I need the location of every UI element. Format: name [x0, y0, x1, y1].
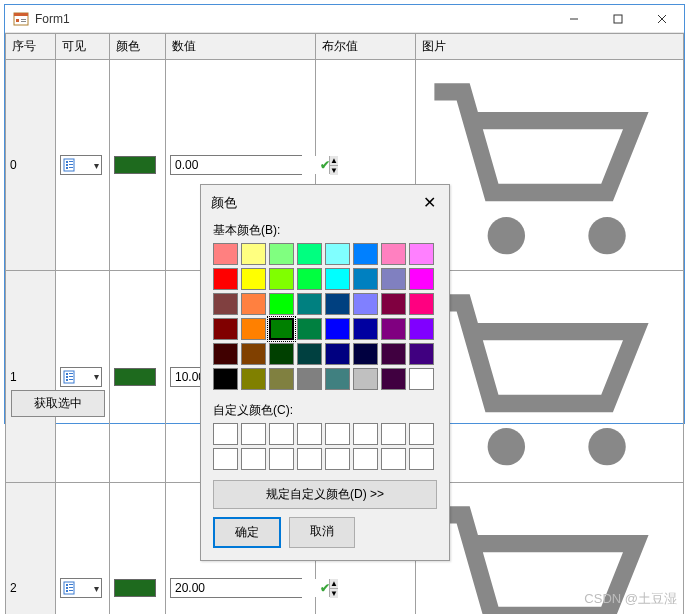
color-cell[interactable] — [325, 293, 350, 315]
value-input[interactable] — [171, 579, 329, 597]
color-cell[interactable] — [297, 293, 322, 315]
color-cell[interactable] — [325, 243, 350, 265]
color-cell[interactable] — [381, 268, 406, 290]
color-cell[interactable] — [381, 293, 406, 315]
col-color[interactable]: 颜色 — [110, 34, 166, 60]
color-cell[interactable] — [325, 368, 350, 390]
color-swatch[interactable] — [114, 156, 156, 174]
maximize-button[interactable] — [596, 5, 640, 33]
color-cell[interactable] — [241, 368, 266, 390]
color-cell[interactable] — [269, 318, 294, 340]
value-input[interactable] — [171, 156, 329, 174]
color-cell[interactable] — [381, 368, 406, 390]
custom-color-cell[interactable] — [213, 423, 238, 445]
color-cell[interactable] — [409, 318, 434, 340]
svg-rect-23 — [69, 376, 73, 377]
color-swatch[interactable] — [114, 368, 156, 386]
svg-rect-29 — [66, 587, 68, 589]
visible-dropdown[interactable]: ▾ — [60, 578, 102, 598]
custom-color-cell[interactable] — [409, 448, 434, 470]
color-cell[interactable] — [325, 268, 350, 290]
custom-color-cell[interactable] — [269, 423, 294, 445]
color-cell[interactable] — [241, 343, 266, 365]
color-cell[interactable] — [241, 318, 266, 340]
color-cell[interactable] — [325, 318, 350, 340]
define-custom-button[interactable]: 规定自定义颜色(D) >> — [213, 480, 437, 509]
get-selected-button[interactable]: 获取选中 — [11, 390, 105, 417]
custom-color-cell[interactable] — [241, 423, 266, 445]
color-cell[interactable] — [409, 343, 434, 365]
col-bool[interactable]: 布尔值 — [316, 34, 416, 60]
col-image[interactable]: 图片 — [416, 34, 684, 60]
value-spinner[interactable]: ▲▼ — [170, 155, 302, 175]
color-cell[interactable] — [325, 343, 350, 365]
custom-color-cell[interactable] — [353, 448, 378, 470]
cancel-button[interactable]: 取消 — [289, 517, 355, 548]
col-seq[interactable]: 序号 — [6, 34, 56, 60]
color-cell[interactable] — [241, 293, 266, 315]
color-cell[interactable] — [353, 318, 378, 340]
color-cell[interactable] — [353, 293, 378, 315]
color-cell[interactable] — [241, 243, 266, 265]
color-cell[interactable] — [297, 243, 322, 265]
svg-rect-2 — [16, 19, 19, 22]
check-icon: ✔ — [320, 158, 330, 172]
custom-color-cell[interactable] — [325, 423, 350, 445]
color-cell[interactable] — [381, 343, 406, 365]
chevron-down-icon: ▾ — [94, 160, 99, 171]
color-cell[interactable] — [409, 293, 434, 315]
color-cell[interactable] — [269, 293, 294, 315]
color-cell[interactable] — [353, 268, 378, 290]
ok-button[interactable]: 确定 — [213, 517, 281, 548]
color-cell[interactable] — [297, 268, 322, 290]
color-cell[interactable] — [409, 268, 434, 290]
color-cell[interactable] — [353, 368, 378, 390]
custom-color-cell[interactable] — [241, 448, 266, 470]
svg-rect-4 — [21, 21, 26, 22]
color-cell[interactable] — [213, 318, 238, 340]
color-cell[interactable] — [213, 293, 238, 315]
spin-up[interactable]: ▲ — [330, 156, 338, 166]
col-value[interactable]: 数值 — [166, 34, 316, 60]
color-cell[interactable] — [297, 318, 322, 340]
close-icon[interactable]: ✕ — [419, 193, 439, 212]
custom-color-cell[interactable] — [353, 423, 378, 445]
color-cell[interactable] — [381, 243, 406, 265]
color-cell[interactable] — [213, 268, 238, 290]
color-cell[interactable] — [213, 343, 238, 365]
custom-color-cell[interactable] — [269, 448, 294, 470]
minimize-button[interactable] — [552, 5, 596, 33]
color-cell[interactable] — [213, 368, 238, 390]
color-cell[interactable] — [269, 368, 294, 390]
visible-dropdown[interactable]: ▾ — [60, 367, 102, 387]
spin-down[interactable]: ▼ — [330, 166, 338, 175]
color-cell[interactable] — [409, 243, 434, 265]
color-cell[interactable] — [353, 243, 378, 265]
color-cell[interactable] — [409, 368, 434, 390]
color-cell[interactable] — [297, 343, 322, 365]
custom-color-cell[interactable] — [381, 448, 406, 470]
color-cell[interactable] — [269, 243, 294, 265]
color-cell[interactable] — [269, 343, 294, 365]
custom-color-cell[interactable] — [297, 448, 322, 470]
custom-color-cell[interactable] — [409, 423, 434, 445]
col-visible[interactable]: 可见 — [56, 34, 110, 60]
custom-color-cell[interactable] — [297, 423, 322, 445]
custom-color-cell[interactable] — [325, 448, 350, 470]
spin-up[interactable]: ▲ — [330, 579, 338, 589]
color-cell[interactable] — [241, 268, 266, 290]
color-cell[interactable] — [269, 268, 294, 290]
svg-rect-13 — [69, 161, 73, 162]
custom-color-cell[interactable] — [381, 423, 406, 445]
color-cell[interactable] — [381, 318, 406, 340]
color-cell[interactable] — [213, 243, 238, 265]
spin-down[interactable]: ▼ — [330, 589, 338, 598]
color-swatch[interactable] — [114, 579, 156, 597]
svg-rect-28 — [66, 584, 68, 586]
color-cell[interactable] — [297, 368, 322, 390]
visible-dropdown[interactable]: ▾ — [60, 155, 102, 175]
close-button[interactable] — [640, 5, 684, 33]
value-spinner[interactable]: ▲▼ — [170, 578, 302, 598]
custom-color-cell[interactable] — [213, 448, 238, 470]
color-cell[interactable] — [353, 343, 378, 365]
